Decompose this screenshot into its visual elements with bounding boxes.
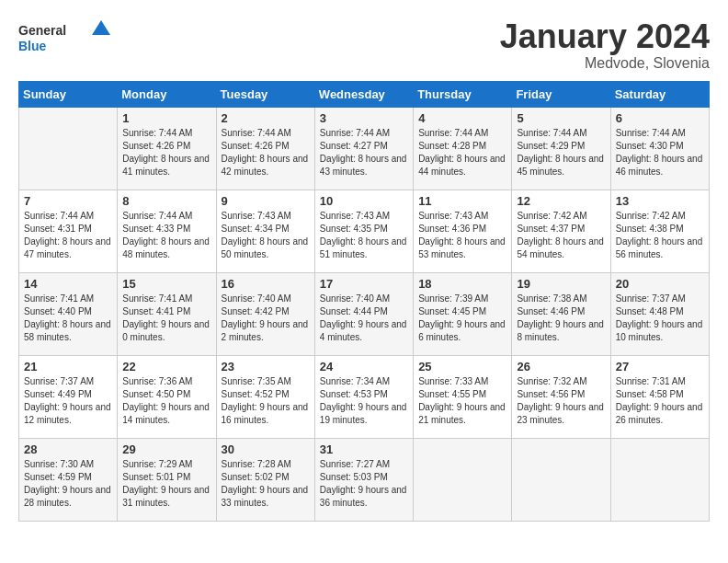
calendar-cell: 8Sunrise: 7:44 AMSunset: 4:33 PMDaylight… — [118, 190, 216, 272]
calendar-week-row: 1Sunrise: 7:44 AMSunset: 4:26 PMDaylight… — [19, 107, 710, 190]
weekday-header-friday: Friday — [512, 81, 610, 107]
calendar-cell — [610, 438, 709, 521]
day-number: 8 — [122, 194, 210, 208]
day-number: 18 — [418, 277, 506, 291]
svg-marker-1 — [92, 20, 110, 35]
day-number: 9 — [222, 194, 310, 208]
cell-info: Sunrise: 7:44 AMSunset: 4:31 PMDaylight:… — [24, 210, 112, 261]
day-number: 20 — [616, 277, 704, 291]
weekday-header-wednesday: Wednesday — [314, 81, 413, 107]
cell-info: Sunrise: 7:31 AMSunset: 4:58 PMDaylight:… — [616, 375, 704, 427]
day-number: 17 — [320, 277, 408, 291]
calendar-cell: 2Sunrise: 7:44 AMSunset: 4:26 PMDaylight… — [216, 107, 314, 190]
calendar-cell: 10Sunrise: 7:43 AMSunset: 4:35 PMDayligh… — [314, 190, 413, 272]
day-number: 25 — [418, 360, 506, 373]
day-number: 30 — [222, 442, 310, 456]
calendar-table: SundayMondayTuesdayWednesdayThursdayFrid… — [18, 81, 710, 522]
day-number: 4 — [418, 111, 506, 125]
cell-info: Sunrise: 7:32 AMSunset: 4:56 PMDaylight:… — [517, 375, 605, 427]
cell-info: Sunrise: 7:40 AMSunset: 4:42 PMDaylight:… — [222, 293, 310, 344]
calendar-cell: 11Sunrise: 7:43 AMSunset: 4:36 PMDayligh… — [414, 190, 512, 272]
day-number: 15 — [122, 277, 210, 291]
calendar-cell: 29Sunrise: 7:29 AMSunset: 5:01 PMDayligh… — [118, 438, 216, 521]
weekday-header-row: SundayMondayTuesdayWednesdayThursdayFrid… — [19, 81, 710, 107]
cell-info: Sunrise: 7:40 AMSunset: 4:44 PMDaylight:… — [320, 293, 408, 344]
calendar-week-row: 7Sunrise: 7:44 AMSunset: 4:31 PMDaylight… — [19, 190, 710, 272]
cell-info: Sunrise: 7:41 AMSunset: 4:41 PMDaylight:… — [122, 293, 210, 344]
cell-info: Sunrise: 7:44 AMSunset: 4:26 PMDaylight:… — [122, 127, 210, 178]
weekday-header-thursday: Thursday — [414, 81, 512, 107]
calendar-cell: 22Sunrise: 7:36 AMSunset: 4:50 PMDayligh… — [118, 355, 216, 438]
cell-info: Sunrise: 7:44 AMSunset: 4:33 PMDaylight:… — [122, 210, 210, 261]
cell-info: Sunrise: 7:41 AMSunset: 4:40 PMDaylight:… — [24, 293, 112, 344]
calendar-cell: 9Sunrise: 7:43 AMSunset: 4:34 PMDaylight… — [216, 190, 314, 272]
day-number: 12 — [517, 194, 605, 208]
calendar-cell: 17Sunrise: 7:40 AMSunset: 4:44 PMDayligh… — [314, 272, 413, 355]
cell-info: Sunrise: 7:27 AMSunset: 5:03 PMDaylight:… — [320, 458, 408, 510]
calendar-week-row: 21Sunrise: 7:37 AMSunset: 4:49 PMDayligh… — [19, 355, 710, 438]
cell-info: Sunrise: 7:37 AMSunset: 4:48 PMDaylight:… — [616, 293, 704, 344]
calendar-cell: 26Sunrise: 7:32 AMSunset: 4:56 PMDayligh… — [512, 355, 610, 438]
cell-info: Sunrise: 7:28 AMSunset: 5:02 PMDaylight:… — [222, 458, 310, 510]
calendar-cell: 27Sunrise: 7:31 AMSunset: 4:58 PMDayligh… — [610, 355, 709, 438]
cell-info: Sunrise: 7:36 AMSunset: 4:50 PMDaylight:… — [122, 375, 210, 427]
calendar-cell: 1Sunrise: 7:44 AMSunset: 4:26 PMDaylight… — [118, 107, 216, 190]
cell-info: Sunrise: 7:38 AMSunset: 4:46 PMDaylight:… — [517, 293, 605, 344]
day-number: 11 — [418, 194, 506, 208]
logo: General Blue — [18, 18, 110, 55]
calendar-cell: 3Sunrise: 7:44 AMSunset: 4:27 PMDaylight… — [314, 107, 413, 190]
calendar-cell: 21Sunrise: 7:37 AMSunset: 4:49 PMDayligh… — [19, 355, 118, 438]
calendar-cell: 13Sunrise: 7:42 AMSunset: 4:38 PMDayligh… — [610, 190, 709, 272]
cell-info: Sunrise: 7:39 AMSunset: 4:45 PMDaylight:… — [418, 293, 506, 344]
day-number: 27 — [616, 360, 704, 373]
day-number: 21 — [24, 360, 112, 373]
cell-info: Sunrise: 7:30 AMSunset: 4:59 PMDaylight:… — [24, 458, 112, 510]
weekday-header-tuesday: Tuesday — [216, 81, 314, 107]
calendar-cell: 4Sunrise: 7:44 AMSunset: 4:28 PMDaylight… — [414, 107, 512, 190]
calendar-cell: 28Sunrise: 7:30 AMSunset: 4:59 PMDayligh… — [19, 438, 118, 521]
cell-info: Sunrise: 7:44 AMSunset: 4:26 PMDaylight:… — [222, 127, 310, 178]
cell-info: Sunrise: 7:42 AMSunset: 4:38 PMDaylight:… — [616, 210, 704, 261]
calendar-cell — [512, 438, 610, 521]
day-number: 29 — [122, 442, 210, 456]
calendar-cell: 23Sunrise: 7:35 AMSunset: 4:52 PMDayligh… — [216, 355, 314, 438]
cell-info: Sunrise: 7:35 AMSunset: 4:52 PMDaylight:… — [222, 375, 310, 427]
cell-info: Sunrise: 7:44 AMSunset: 4:29 PMDaylight:… — [517, 127, 605, 178]
svg-text:Blue: Blue — [18, 39, 47, 53]
day-number: 5 — [517, 111, 605, 125]
day-number: 22 — [122, 360, 210, 373]
weekday-header-saturday: Saturday — [610, 81, 709, 107]
weekday-header-sunday: Sunday — [19, 81, 118, 107]
calendar-cell: 14Sunrise: 7:41 AMSunset: 4:40 PMDayligh… — [19, 272, 118, 355]
day-number: 10 — [320, 194, 408, 208]
calendar-cell — [414, 438, 512, 521]
calendar-cell: 6Sunrise: 7:44 AMSunset: 4:30 PMDaylight… — [610, 107, 709, 190]
day-number: 2 — [222, 111, 310, 125]
calendar-cell: 20Sunrise: 7:37 AMSunset: 4:48 PMDayligh… — [610, 272, 709, 355]
calendar-week-row: 28Sunrise: 7:30 AMSunset: 4:59 PMDayligh… — [19, 438, 710, 521]
month-title: January 2024 — [500, 18, 710, 55]
cell-info: Sunrise: 7:33 AMSunset: 4:55 PMDaylight:… — [418, 375, 506, 427]
cell-info: Sunrise: 7:37 AMSunset: 4:49 PMDaylight:… — [24, 375, 112, 427]
cell-info: Sunrise: 7:44 AMSunset: 4:28 PMDaylight:… — [418, 127, 506, 178]
calendar-cell: 16Sunrise: 7:40 AMSunset: 4:42 PMDayligh… — [216, 272, 314, 355]
calendar-week-row: 14Sunrise: 7:41 AMSunset: 4:40 PMDayligh… — [19, 272, 710, 355]
cell-info: Sunrise: 7:29 AMSunset: 5:01 PMDaylight:… — [122, 458, 210, 510]
calendar-cell: 15Sunrise: 7:41 AMSunset: 4:41 PMDayligh… — [118, 272, 216, 355]
day-number: 19 — [517, 277, 605, 291]
cell-info: Sunrise: 7:42 AMSunset: 4:37 PMDaylight:… — [517, 210, 605, 261]
title-block: January 2024 Medvode, Slovenia — [500, 18, 710, 72]
calendar-cell: 5Sunrise: 7:44 AMSunset: 4:29 PMDaylight… — [512, 107, 610, 190]
day-number: 13 — [616, 194, 704, 208]
calendar-cell: 30Sunrise: 7:28 AMSunset: 5:02 PMDayligh… — [216, 438, 314, 521]
day-number: 26 — [517, 360, 605, 373]
weekday-header-monday: Monday — [118, 81, 216, 107]
cell-info: Sunrise: 7:44 AMSunset: 4:30 PMDaylight:… — [616, 127, 704, 178]
logo-svg: General Blue — [18, 18, 110, 55]
cell-info: Sunrise: 7:43 AMSunset: 4:36 PMDaylight:… — [418, 210, 506, 261]
calendar-cell — [19, 107, 118, 190]
calendar-cell: 7Sunrise: 7:44 AMSunset: 4:31 PMDaylight… — [19, 190, 118, 272]
location-title: Medvode, Slovenia — [500, 55, 710, 72]
day-number: 3 — [320, 111, 408, 125]
calendar-cell: 24Sunrise: 7:34 AMSunset: 4:53 PMDayligh… — [314, 355, 413, 438]
